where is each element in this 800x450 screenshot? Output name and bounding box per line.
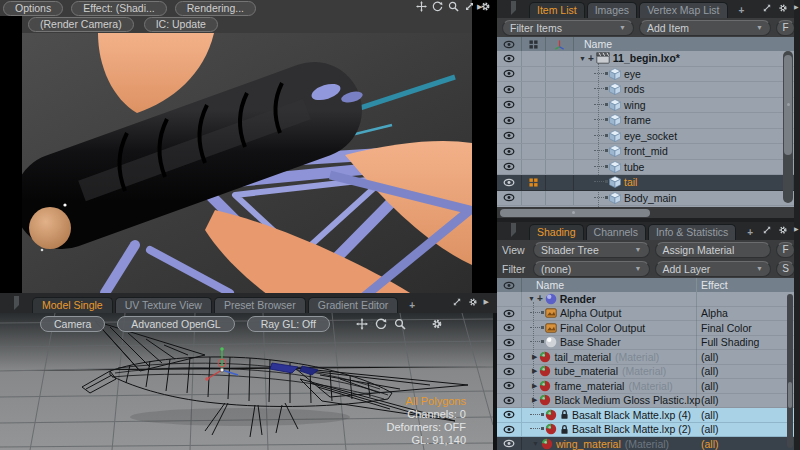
add-tab-button[interactable]: + <box>400 298 424 313</box>
horizontal-scrollbar[interactable] <box>497 207 794 218</box>
flyout-arrow-icon[interactable]: ▶ <box>477 3 482 11</box>
visibility-eye-icon[interactable] <box>497 51 522 66</box>
tab-uv-texture-view[interactable]: UV Texture View <box>115 297 212 313</box>
visibility-eye-icon[interactable] <box>497 67 522 82</box>
effect-value[interactable]: Alpha <box>701 307 728 319</box>
rotate-icon[interactable] <box>432 1 443 12</box>
gear-icon[interactable] <box>431 318 443 330</box>
gear-icon[interactable] <box>778 3 788 13</box>
visibility-eye-icon[interactable] <box>497 321 522 335</box>
view-dropdown[interactable]: Shader Tree▼ <box>533 242 650 258</box>
item-row[interactable]: wing <box>497 98 794 114</box>
filter-items-dropdown[interactable]: Filter Items▼ <box>502 20 634 36</box>
ray-gl-button[interactable]: Ray GL: Off <box>247 316 330 332</box>
move-icon[interactable] <box>416 1 427 12</box>
effect-button[interactable]: Effect: (Shadi... <box>71 1 167 16</box>
scrollbar-thumb[interactable] <box>500 209 650 217</box>
shader-row[interactable]: ▶ tube_material (Material) (all) <box>497 365 794 380</box>
visibility-eye-icon[interactable] <box>497 129 522 144</box>
item-row[interactable]: frame <box>497 113 794 129</box>
advanced-opengl-button[interactable]: Advanced OpenGL <box>117 316 234 332</box>
filter-dropdown[interactable]: (none)▼ <box>533 261 650 277</box>
effect-value[interactable]: Final Color <box>701 322 752 334</box>
visibility-eye-icon[interactable] <box>497 98 522 113</box>
visibility-eye-icon[interactable] <box>497 160 522 175</box>
expand-icon[interactable] <box>762 225 772 235</box>
gear-icon[interactable] <box>468 297 478 307</box>
shader-row[interactable]: Base Shader Full Shading <box>497 336 794 351</box>
visibility-column-eye-icon[interactable] <box>497 37 522 51</box>
gear-icon[interactable] <box>778 225 788 235</box>
collapse-arrow-icon[interactable]: ▼ <box>532 440 539 447</box>
visibility-eye-icon[interactable] <box>497 350 522 364</box>
shader-row[interactable]: ▶ frame_material (Material) (all) <box>497 379 794 394</box>
panel-corner-icon[interactable] <box>511 223 525 237</box>
tab-preset-browser[interactable]: Preset Browser <box>214 297 306 313</box>
item-row-selected[interactable]: tail <box>497 175 794 191</box>
item-row[interactable]: tube <box>497 160 794 176</box>
expand-arrow-icon[interactable]: ▶ <box>532 367 537 375</box>
tab-gradient-editor[interactable]: Gradient Editor <box>308 297 399 313</box>
visibility-eye-icon[interactable] <box>497 191 522 206</box>
visibility-eye-icon[interactable] <box>497 82 522 97</box>
flyout-arrow-icon[interactable]: ▶ <box>794 3 799 10</box>
expand-arrow-icon[interactable]: ▶ <box>532 382 537 390</box>
flyout-arrow-icon[interactable]: ▶ <box>484 297 489 307</box>
effect-value[interactable]: Full Shading <box>701 336 759 348</box>
effect-value[interactable]: (all) <box>701 394 719 406</box>
shader-row-root[interactable]: ▼ + Render <box>497 292 794 307</box>
item-row[interactable]: rods <box>497 82 794 98</box>
magnify-icon[interactable] <box>448 1 459 12</box>
collapse-arrow-icon[interactable]: ▼ <box>528 295 535 302</box>
shader-row[interactable]: Final Color Output Final Color <box>497 321 794 336</box>
rotate-icon[interactable] <box>375 318 387 330</box>
shader-row[interactable]: ▶ tail_material (Material) (all) <box>497 350 794 365</box>
options-button[interactable]: Options <box>3 1 63 16</box>
visibility-eye-icon[interactable] <box>497 144 522 159</box>
effect-value[interactable]: (all) <box>701 380 719 392</box>
sort-button[interactable]: S <box>776 261 795 277</box>
expand-icon[interactable] <box>452 297 462 307</box>
camera-button[interactable]: Camera <box>40 316 105 332</box>
expand-arrow-icon[interactable]: ▶ <box>532 353 537 361</box>
render-camera-button[interactable]: (Render Camera) <box>28 17 134 32</box>
visibility-eye-icon[interactable] <box>497 175 522 190</box>
add-tab-button[interactable]: + <box>738 225 762 240</box>
effect-value[interactable]: (all) <box>701 351 719 363</box>
expand-arrow-icon[interactable]: ▶ <box>532 396 537 404</box>
visibility-eye-icon[interactable] <box>497 379 522 393</box>
visibility-eye-icon[interactable] <box>497 423 522 437</box>
magnify-icon[interactable] <box>394 318 406 330</box>
tab-shading[interactable]: Shading <box>529 224 584 240</box>
tab-item-list[interactable]: Item List <box>529 2 585 18</box>
item-row[interactable]: front_mid <box>497 144 794 160</box>
shader-row[interactable]: Alpha Output Alpha <box>497 307 794 322</box>
visibility-eye-icon[interactable] <box>497 365 522 379</box>
tab-info-statistics[interactable]: Info & Statistics <box>648 224 736 240</box>
tab-images[interactable]: Images <box>587 2 637 18</box>
filter-preset-button[interactable]: F <box>776 20 795 36</box>
ic-update-button[interactable]: IC: Update <box>144 17 218 32</box>
flyout-arrow-icon[interactable]: ▶ <box>794 225 799 232</box>
axis-column-icon[interactable] <box>546 37 574 51</box>
effect-value[interactable]: (all) <box>701 438 719 450</box>
add-layer-dropdown[interactable]: Add Layer▼ <box>655 261 772 277</box>
render-column-grid-icon[interactable] <box>522 37 546 51</box>
item-row[interactable]: eye <box>497 67 794 83</box>
filter-preset-button[interactable]: F <box>776 242 795 258</box>
scrollbar-thumb[interactable] <box>784 55 792 155</box>
expand-icon[interactable] <box>464 1 475 12</box>
shader-row[interactable]: ▶ Black Medium Gloss Plastic.lxp (all) <box>497 394 794 409</box>
item-row[interactable]: Body_main <box>497 191 794 207</box>
item-row-root[interactable]: ▼ + 11_begin.lxo* <box>497 51 794 67</box>
effect-value[interactable]: (all) <box>701 409 719 421</box>
shader-row-highlighted[interactable]: Basalt Black Matte.lxp (4) (all) <box>497 408 794 423</box>
tab-channels[interactable]: Channels <box>586 224 646 240</box>
expand-icon[interactable] <box>762 3 772 13</box>
render-toggle-grid-icon[interactable] <box>522 175 546 190</box>
visibility-eye-icon[interactable] <box>497 394 522 408</box>
effect-value[interactable]: (all) <box>701 365 719 377</box>
shader-row-highlighted[interactable]: Basalt Black Matte.lxp (2) (all) <box>497 423 794 438</box>
visibility-eye-icon[interactable] <box>497 336 522 350</box>
panel-corner-icon[interactable] <box>511 1 525 15</box>
